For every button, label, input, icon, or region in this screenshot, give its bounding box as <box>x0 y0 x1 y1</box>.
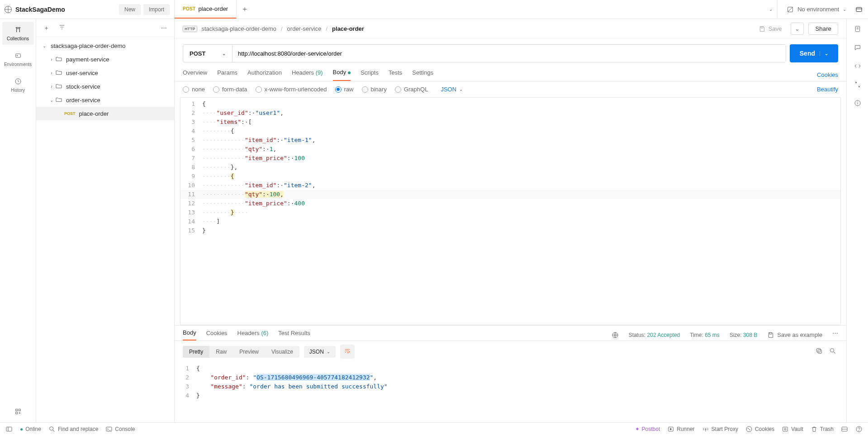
request-body-editor[interactable]: 1{ 2····"user_id":·"user1", 3····"items"… <box>180 97 841 325</box>
footer: ●Online Find and replace Console ✦Postbo… <box>0 422 868 435</box>
expand-icon[interactable] <box>854 81 861 90</box>
svg-rect-32 <box>783 427 788 431</box>
response-toolbar: Pretty Raw Preview Visualize JSON ⌄ <box>175 341 846 362</box>
network-icon[interactable] <box>612 331 619 339</box>
rv-visualize[interactable]: Visualize <box>265 346 299 358</box>
tree-collection[interactable]: ⌄ stacksaga-place-order-demo <box>36 39 174 52</box>
folder-icon <box>55 69 62 77</box>
svg-point-5 <box>17 55 18 56</box>
tab-authorization[interactable]: Authorization <box>247 69 282 80</box>
breadcrumb-2[interactable]: order-service <box>287 25 322 32</box>
tree-folder-stock[interactable]: › stock-service <box>36 80 174 93</box>
tabs-chevron-icon[interactable]: ⌄ <box>769 7 773 12</box>
sidebar-toggle-icon[interactable] <box>5 426 13 433</box>
radio-form-data[interactable]: form-data <box>213 86 247 93</box>
footer-vault[interactable]: Vault <box>782 426 803 433</box>
more-icon[interactable]: ⋯ <box>158 23 170 33</box>
cookies-link[interactable]: Cookies <box>817 71 838 78</box>
svg-point-30 <box>748 428 748 429</box>
footer-find[interactable]: Find and replace <box>48 426 98 433</box>
save-as-example[interactable]: Save as example <box>767 331 822 339</box>
new-button[interactable]: New <box>119 4 141 15</box>
copy-icon[interactable] <box>814 345 825 358</box>
no-env-icon <box>787 6 794 13</box>
footer-online[interactable]: ●Online <box>20 426 41 432</box>
method-select[interactable]: POST ⌄ <box>183 45 232 62</box>
resp-lang-select[interactable]: JSON ⌄ <box>304 346 336 358</box>
svg-point-15 <box>830 349 834 352</box>
breadcrumb-1[interactable]: stacksaga-place-order-demo <box>202 25 276 32</box>
request-code[interactable]: 1{ 2····"user_id":·"user1", 3····"items"… <box>180 98 840 325</box>
new-collection-icon[interactable]: ＋ <box>41 22 52 34</box>
tab-headers[interactable]: Headers (9) <box>292 69 323 80</box>
tab-params[interactable]: Params <box>217 69 237 80</box>
tree-request-place-order[interactable]: POST place-order <box>36 107 174 120</box>
tab-body[interactable]: Body <box>333 69 351 81</box>
resp-tab-cookies[interactable]: Cookies <box>206 330 228 340</box>
tab-settings[interactable]: Settings <box>412 69 433 80</box>
rv-raw[interactable]: Raw <box>209 346 233 358</box>
radio-xwww[interactable]: x-www-form-urlencoded <box>256 86 327 93</box>
footer-cookies[interactable]: Cookies <box>745 426 774 433</box>
collections-icon <box>14 25 23 34</box>
resp-tab-test[interactable]: Test Results <box>278 330 310 340</box>
new-tab-button[interactable]: ＋ <box>237 0 253 19</box>
wrap-lines-icon[interactable] <box>340 345 355 359</box>
tab-tests[interactable]: Tests <box>389 69 402 80</box>
tree-folder-user[interactable]: › user-service <box>36 66 174 80</box>
right-rail <box>846 19 868 422</box>
import-button[interactable]: Import <box>143 4 170 15</box>
rail-collections[interactable]: Collections <box>2 22 34 45</box>
url-input[interactable] <box>232 45 786 62</box>
request-tabs: Overview Params Authorization Headers (9… <box>175 62 846 81</box>
chevron-down-icon: ⌄ <box>459 87 463 92</box>
footer-runner[interactable]: Runner <box>667 426 694 433</box>
tree-folder-order[interactable]: ⌄ order-service <box>36 93 174 107</box>
tabs-area: POST place-order ＋ ⌄ <box>175 0 777 19</box>
rail-environments[interactable]: Environments <box>2 47 34 71</box>
resp-tab-headers[interactable]: Headers (6) <box>237 330 269 340</box>
rv-pretty[interactable]: Pretty <box>183 346 209 358</box>
search-icon[interactable] <box>827 345 838 358</box>
beautify-button[interactable]: Beautify <box>817 86 838 93</box>
tab-overview[interactable]: Overview <box>183 69 207 80</box>
dot-indicator <box>348 71 351 74</box>
folder-icon <box>55 96 62 104</box>
response-body[interactable]: 1{ 2 "order_id": "OS-1715680496969-40577… <box>175 362 846 422</box>
radio-graphql[interactable]: GraphQL <box>395 86 428 93</box>
env-quicklook-icon[interactable] <box>855 6 863 13</box>
comments-icon[interactable] <box>854 44 861 52</box>
radio-binary[interactable]: binary <box>362 86 387 93</box>
more-icon[interactable]: ⋯ <box>832 330 838 340</box>
environment-select[interactable]: No environment ⌄ <box>783 6 850 13</box>
request-tab[interactable]: POST place-order <box>175 0 237 19</box>
footer-help-icon[interactable] <box>855 426 863 433</box>
documentation-icon[interactable] <box>854 25 861 34</box>
save-button: Save <box>754 24 787 34</box>
vault-icon <box>782 426 789 433</box>
save-chevron-button[interactable]: ⌄ <box>791 23 804 35</box>
filter-icon[interactable] <box>56 22 68 34</box>
svg-point-21 <box>857 102 858 102</box>
info-icon[interactable] <box>854 99 861 108</box>
code-icon[interactable] <box>854 62 861 71</box>
footer-layout-icon[interactable] <box>841 426 848 433</box>
rail-configure[interactable] <box>2 403 34 420</box>
share-button[interactable]: Share <box>808 23 838 35</box>
rv-preview[interactable]: Preview <box>233 346 265 358</box>
footer-console[interactable]: Console <box>105 426 135 433</box>
tab-scripts[interactable]: Scripts <box>360 69 379 80</box>
resp-tab-body[interactable]: Body <box>183 329 196 340</box>
radio-none[interactable]: none <box>183 86 205 93</box>
rail-history[interactable]: History <box>2 73 34 96</box>
tree-folder-payment[interactable]: › payment-service <box>36 52 174 66</box>
workspace-name[interactable]: StackSagaDemo <box>15 6 65 13</box>
footer-trash[interactable]: Trash <box>811 426 834 433</box>
body-lang-select[interactable]: JSON ⌄ <box>441 86 463 93</box>
svg-rect-2 <box>856 7 862 11</box>
footer-proxy[interactable]: Start Proxy <box>702 426 738 433</box>
send-button[interactable]: Send ⌄ <box>790 44 838 62</box>
radio-raw[interactable]: raw <box>335 86 354 93</box>
chevron-down-icon[interactable]: ⌄ <box>820 51 828 56</box>
footer-postbot[interactable]: ✦Postbot <box>635 426 660 432</box>
